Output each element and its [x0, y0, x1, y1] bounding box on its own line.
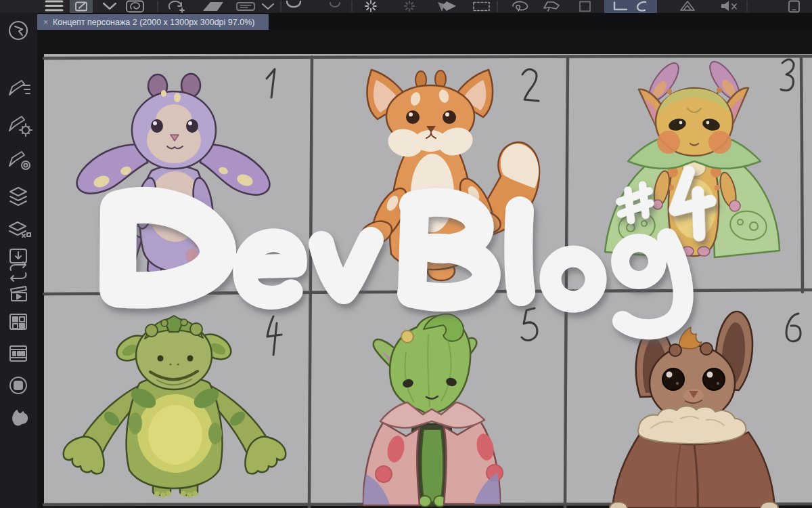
- svg-text:×: ×: [43, 18, 48, 27]
- svg-text:Концепт персонажа 2 (2000 x 13: Концепт персонажа 2 (2000 x 1300px 300dp…: [53, 18, 254, 27]
